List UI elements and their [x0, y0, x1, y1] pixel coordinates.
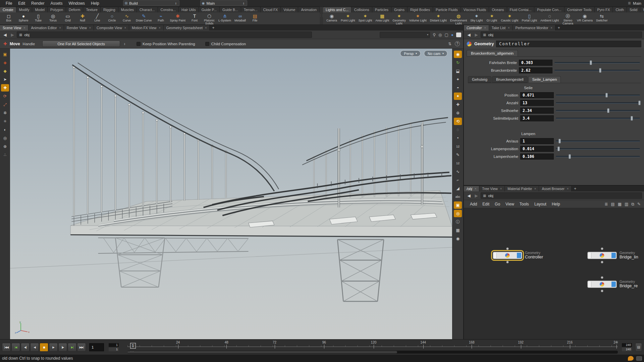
pane-tab[interactable]: Material Palette × — [505, 186, 539, 191]
slider-handle[interactable] — [557, 146, 560, 151]
folder-tab[interactable]: Seile_Lampen — [528, 76, 561, 83]
node-input-connector[interactable] — [601, 276, 603, 279]
shelf-tab[interactable]: Hair Utils — [179, 7, 199, 12]
shelf-tab[interactable]: Cloud FX — [261, 7, 281, 12]
toolbar-button[interactable]: ◉ — [454, 51, 462, 58]
parameter-value-field[interactable]: 2.34 — [520, 108, 554, 114]
network-menu-item[interactable]: Help — [549, 202, 563, 206]
shelf-tool[interactable]: ⇆ Switcher — [594, 13, 609, 24]
toolbar-button[interactable]: ▦ — [454, 227, 462, 234]
toolbar-button[interactable]: ✦ — [454, 93, 462, 100]
toolbar-button[interactable]: ⟲ — [454, 118, 462, 125]
node-display-flag[interactable] — [517, 253, 521, 258]
transport-button[interactable]: ■ — [40, 343, 48, 352]
add-tab-icon[interactable]: + — [555, 25, 562, 31]
shelf-tab[interactable]: Rigging — [101, 7, 118, 12]
close-tab-icon[interactable]: × — [89, 26, 91, 29]
add-tab-icon[interactable]: + — [572, 186, 579, 191]
shelf-tab[interactable]: Solid — [627, 7, 640, 12]
timeline-ruler[interactable]: 24 48 72 96 — [127, 340, 618, 350]
shelf-tool[interactable]: ▯ Portal Light — [520, 13, 539, 24]
toolbar-button[interactable]: ➤ — [1, 76, 9, 83]
parameter-value-field[interactable]: 2.62 — [519, 67, 552, 73]
toolbar-button[interactable]: ✦ — [454, 76, 462, 83]
back-icon[interactable]: ◀ — [2, 33, 8, 37]
shelf-tool[interactable]: ⋔ L-System — [217, 13, 233, 24]
shelf-tool[interactable]: ◍ Environment Light — [448, 13, 469, 24]
toolbar-button[interactable]: ∴ — [1, 151, 9, 159]
pane-tab[interactable]: Tree View × — [479, 186, 505, 191]
playback-start-field[interactable]: 1 — [109, 348, 119, 351]
shelf-tab[interactable]: Charact... — [137, 7, 158, 12]
network-menu-item[interactable]: Add — [467, 202, 480, 206]
shelf-tool[interactable]: ▦ Area Light — [374, 13, 391, 24]
back-icon[interactable]: ◀ — [466, 193, 472, 198]
shelf-tool[interactable]: ✶ GI Light — [484, 13, 499, 24]
shelf-tool[interactable]: ✶ Sky Light — [469, 13, 484, 24]
shelf-tool[interactable]: ◎ Torus — [46, 13, 60, 24]
transport-button[interactable]: ▶| — [68, 343, 76, 352]
camera-select-dropdown[interactable]: No cam ▾ — [424, 50, 447, 57]
toolbar-button[interactable]: 12 — [454, 160, 462, 167]
shelf-tool[interactable]: ◌ Ambient Light — [539, 13, 560, 24]
network-menu-item[interactable]: View — [503, 202, 517, 206]
pane-tab[interactable]: /obj × — [464, 186, 479, 191]
toolbar-button[interactable]: ▣ — [454, 201, 462, 209]
shelf-tool[interactable]: ✶ Distant Light — [428, 13, 448, 24]
close-tab-icon[interactable]: × — [124, 26, 126, 29]
network-canvas[interactable]: Geometry Controller — [464, 208, 644, 339]
timeline-scroll-thumb[interactable] — [127, 351, 397, 353]
network-menu-item[interactable]: Edit — [480, 202, 492, 206]
parameter-slider[interactable] — [556, 115, 640, 121]
shelf-tab[interactable]: Viscous Fluids — [461, 7, 489, 12]
shelf-tool[interactable]: ▯ Tube — [31, 13, 46, 24]
close-tab-icon[interactable]: × — [23, 26, 25, 29]
node-output-connector[interactable] — [506, 261, 509, 263]
menu-item[interactable]: File — [3, 0, 15, 7]
shelf-tool[interactable]: ✶ Caustic Light — [499, 13, 520, 24]
shelf-tool[interactable]: ▭ Grid — [60, 13, 75, 24]
current-frame-marker[interactable]: 1 — [130, 343, 136, 349]
close-tab-icon[interactable]: × — [567, 187, 569, 190]
node-name-field[interactable]: Controller — [496, 41, 641, 47]
parameter-slider[interactable] — [556, 154, 640, 160]
parameter-value-field[interactable]: 0.106 — [520, 154, 554, 160]
pane-tab[interactable]: Asset Browser × — [539, 186, 572, 191]
playback-end-field[interactable]: 240 — [622, 348, 632, 351]
handle-scope-dropdown[interactable]: One For All Selected Objects — [42, 41, 120, 47]
network-toolbar-icon[interactable]: ⧉ — [631, 202, 634, 206]
shelf-tool[interactable]: ✱ Spray Paint — [168, 13, 187, 24]
shelf-tab[interactable]: Guide B... — [220, 7, 241, 12]
parameter-slider[interactable] — [556, 108, 640, 114]
parameter-value-field[interactable]: 13 — [520, 100, 554, 106]
parameter-value-field[interactable]: 0.303 — [519, 60, 552, 66]
parameter-slider[interactable] — [556, 92, 640, 98]
toolbar-button[interactable]: ⓘ — [454, 218, 462, 226]
toolbar-button[interactable]: ◈ — [1, 59, 9, 66]
geometry-mode-icon[interactable]: ▢ — [444, 33, 448, 37]
slider-handle[interactable] — [590, 60, 592, 65]
folder-tab[interactable]: Brueckengestell — [492, 76, 528, 83]
toolbar-button[interactable]: ◎ — [454, 210, 462, 217]
back-icon[interactable]: ◀ — [466, 33, 472, 37]
node-display-flag[interactable] — [611, 282, 616, 287]
network-node[interactable]: Geometry Controller — [493, 252, 522, 259]
help-icon[interactable]: ? — [455, 41, 460, 46]
parameter-slider[interactable] — [556, 138, 640, 144]
view-type-dropdown[interactable]: Persp ▾ — [400, 50, 421, 57]
forward-icon[interactable]: ▶ — [473, 33, 479, 37]
network-menu-item[interactable]: Go — [492, 202, 503, 206]
shelf-tab[interactable]: Constra... — [158, 7, 179, 12]
toolbar-button[interactable]: ◓ — [454, 84, 462, 92]
menu-item[interactable]: Assets — [47, 0, 65, 7]
network-toolbar-icon[interactable]: ▦ — [618, 202, 622, 206]
timeline-scrollbar[interactable]: ··· — [127, 351, 618, 354]
slider-handle[interactable] — [631, 116, 633, 121]
range-end-field[interactable]: 240 — [622, 343, 632, 347]
shelf-tool[interactable]: ✶ Volume Light — [408, 13, 428, 24]
desktop-spinner[interactable]: ▴▾ — [174, 2, 178, 5]
stow-pane-icon[interactable] — [456, 33, 461, 37]
shelf-tab[interactable]: Wires — [640, 7, 644, 12]
message-log-icon[interactable] — [628, 356, 634, 361]
shaded-mode-icon[interactable]: ● — [451, 33, 453, 37]
